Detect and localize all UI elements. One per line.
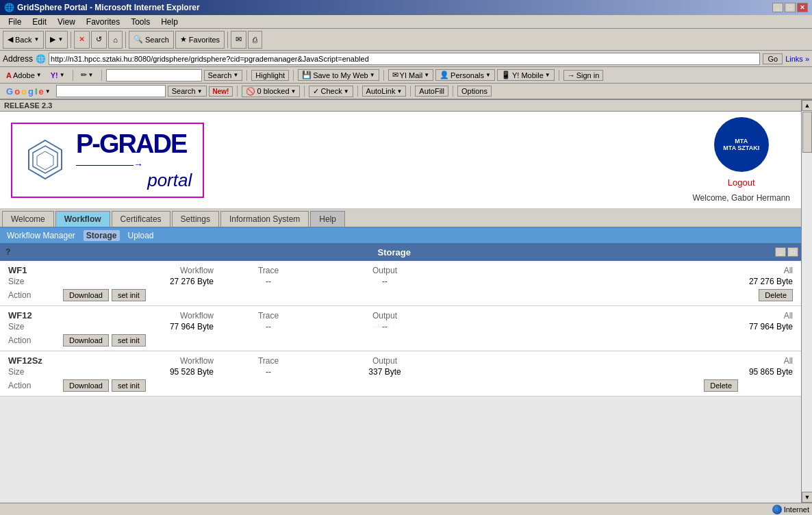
- wf12-setinit-button[interactable]: set init: [112, 334, 146, 347]
- ymobile-dropdown-icon: ▼: [545, 72, 550, 78]
- subnav-upload[interactable]: Upload: [125, 230, 157, 241]
- forward-icon: ▶: [50, 35, 55, 44]
- google-search-button[interactable]: Search ▼: [168, 86, 207, 97]
- wf12-size-row: Size 77 964 Byte -- -- 77 964 Byte: [8, 322, 793, 331]
- home-button[interactable]: ⌂: [108, 31, 123, 49]
- minimize-button[interactable]: _: [772, 3, 783, 12]
- print-button[interactable]: ⎙: [248, 31, 262, 49]
- tab-certificates[interactable]: Certificates: [112, 211, 170, 227]
- forward-button[interactable]: ▶ ▼: [45, 31, 68, 49]
- storage-maximize-button[interactable]: □: [787, 247, 798, 257]
- go-button[interactable]: Go: [763, 53, 783, 64]
- blocked-button[interactable]: 🚫 0 blocked ▼: [242, 86, 300, 97]
- autolink-button[interactable]: AutoLink ▼: [362, 86, 407, 97]
- yahoo-button[interactable]: Y! ▼: [47, 70, 68, 81]
- ymail-button[interactable]: ✉ YI Mail ▼: [388, 69, 434, 81]
- ymobile-button[interactable]: 📱 Y! Mobile ▼: [497, 69, 555, 81]
- mta-logo: MTA MTA SZTAKI: [714, 117, 769, 172]
- browser-toolbar: ◀ Back ▼ ▶ ▼ ✕ ↺ ⌂ 🔍 Search ★ Favorites …: [0, 29, 812, 51]
- check-icon: ✓: [313, 87, 319, 96]
- release-banner: RELEASE 2.3: [0, 100, 801, 112]
- wf12-all-label: All: [446, 311, 793, 321]
- menu-edit[interactable]: Edit: [27, 16, 52, 28]
- separator-1: [73, 70, 73, 81]
- back-dropdown-icon: ▼: [34, 36, 39, 42]
- scroll-thumb[interactable]: [802, 112, 812, 153]
- main-content-wrapper: RELEASE 2.3 P-GRADE: [0, 100, 812, 503]
- maximize-button[interactable]: □: [785, 3, 796, 12]
- storage-header-icons: _ □: [775, 247, 798, 257]
- google-new-button[interactable]: New!: [209, 86, 233, 97]
- subnav-storage[interactable]: Storage: [84, 230, 120, 241]
- logout-button[interactable]: Logout: [728, 177, 755, 188]
- menu-help[interactable]: Help: [155, 16, 183, 28]
- wf12sz-action-buttons: Download set init: [63, 379, 146, 392]
- google-search-input[interactable]: [56, 85, 166, 97]
- wf1-workflow-label: Workflow: [63, 266, 214, 275]
- search-toolbar-button[interactable]: 🔍 Search: [129, 31, 174, 49]
- pgrade-logo-text: P-GRADE: [76, 129, 186, 159]
- wf12-workflow-size: 77 964 Byte: [63, 322, 214, 331]
- window-controls[interactable]: _ □ ✕: [772, 3, 808, 12]
- menu-view[interactable]: View: [52, 16, 81, 28]
- edit-button[interactable]: ✏ ▼: [77, 69, 97, 81]
- personals-icon: 👤: [440, 71, 449, 79]
- tab-workflow[interactable]: Workflow: [55, 211, 110, 227]
- wf1-output-label: Output: [323, 266, 446, 275]
- wf1-header-row: WF1 Workflow Trace Output All: [8, 265, 793, 275]
- separator-2: [101, 70, 102, 81]
- google-sep-1: [237, 86, 238, 97]
- wf12sz-download-button[interactable]: Download: [63, 379, 109, 392]
- storage-minimize-button[interactable]: _: [775, 247, 786, 257]
- ie-search-button[interactable]: Search ▼: [204, 70, 243, 81]
- wf12sz-delete-button[interactable]: Delete: [704, 379, 738, 392]
- wf12sz-setinit-button[interactable]: set init: [112, 379, 146, 392]
- address-input[interactable]: [49, 53, 760, 65]
- wf1-setinit-button[interactable]: set init: [112, 289, 146, 301]
- storage-question-mark[interactable]: ?: [3, 246, 13, 258]
- highlight-button[interactable]: Highlight: [251, 70, 289, 81]
- tab-information-system[interactable]: Information System: [220, 211, 309, 227]
- wf12-output-label: Output: [323, 311, 446, 321]
- wf1-trace-size: --: [214, 277, 323, 286]
- menu-favorites[interactable]: Favorites: [81, 16, 125, 28]
- scroll-up-button[interactable]: ▲: [802, 100, 812, 111]
- refresh-button[interactable]: ↺: [91, 31, 107, 49]
- favorites-toolbar-button[interactable]: ★ Favorites: [175, 31, 225, 49]
- wf1-all-size: 27 276 Byte: [446, 277, 793, 286]
- blocked-dropdown-icon: ▼: [291, 88, 296, 95]
- scroll-down-button[interactable]: ▼: [802, 492, 812, 503]
- menu-tools[interactable]: Tools: [125, 16, 155, 28]
- adobe-dropdown-icon: ▼: [36, 72, 42, 78]
- close-button[interactable]: ✕: [797, 3, 808, 12]
- wf1-delete-button[interactable]: Delete: [759, 289, 793, 301]
- browser-icon: 🌐: [4, 3, 14, 12]
- google-logo[interactable]: G o o g l e ▼: [3, 85, 54, 98]
- personals-dropdown-icon: ▼: [485, 72, 491, 78]
- wf12-download-button[interactable]: Download: [63, 334, 109, 347]
- check-dropdown-icon: ▼: [344, 88, 349, 95]
- save-to-my-web-button[interactable]: 💾 Save to My Web ▼: [298, 69, 379, 81]
- tab-settings[interactable]: Settings: [172, 211, 219, 227]
- adobe-button[interactable]: A Adobe ▼: [3, 70, 45, 81]
- back-button[interactable]: ◀ Back ▼: [3, 31, 44, 49]
- tab-welcome[interactable]: Welcome: [2, 211, 54, 227]
- subnav-workflow-manager[interactable]: Workflow Manager: [4, 230, 78, 241]
- ie-search-input[interactable]: [106, 69, 202, 81]
- mail-button[interactable]: ✉: [231, 31, 246, 49]
- scroll-track[interactable]: [802, 111, 812, 492]
- menu-file[interactable]: File: [3, 16, 27, 28]
- links-button[interactable]: Links »: [785, 55, 809, 63]
- home-icon: ⌂: [113, 36, 118, 44]
- tab-help[interactable]: Help: [310, 211, 345, 227]
- welcome-message: Welcome, Gabor Hermann: [693, 193, 791, 203]
- autofill-button[interactable]: AutoFill: [415, 86, 448, 97]
- personals-button[interactable]: 👤 Personals ▼: [435, 69, 495, 81]
- options-button[interactable]: Options: [457, 86, 492, 97]
- signin-button[interactable]: → Sign in: [563, 70, 604, 81]
- ymail-icon: ✉: [392, 71, 398, 79]
- wf12sz-size-row: Size 95 528 Byte -- 337 Byte 95 865 Byte: [8, 367, 793, 377]
- check-button[interactable]: ✓ Check ▼: [309, 86, 353, 97]
- wf1-download-button[interactable]: Download: [63, 289, 109, 301]
- stop-button[interactable]: ✕: [74, 31, 90, 49]
